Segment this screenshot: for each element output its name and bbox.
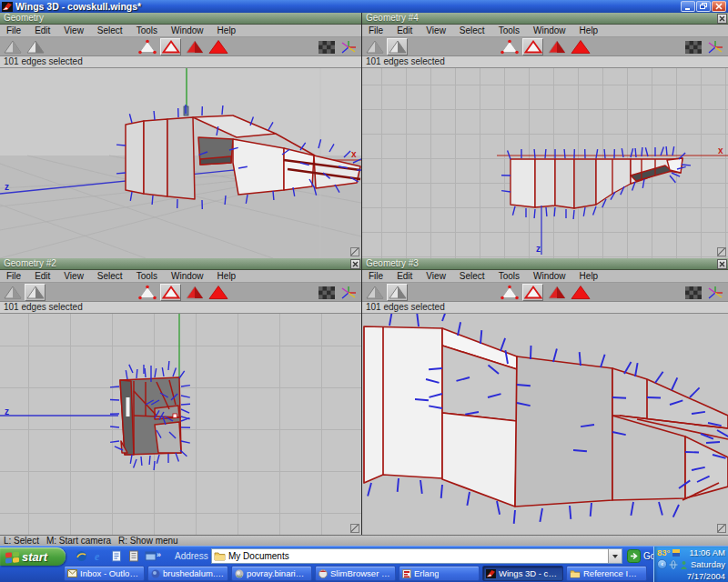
menu-file[interactable]: File bbox=[362, 270, 390, 282]
menu-view[interactable]: View bbox=[420, 270, 453, 282]
body-select-mode-icon[interactable] bbox=[570, 38, 591, 55]
face-select-mode-icon[interactable] bbox=[184, 38, 205, 55]
menu-select[interactable]: Select bbox=[453, 270, 492, 282]
vertex-select-mode-icon[interactable] bbox=[499, 284, 520, 301]
tray-icon-shield[interactable] bbox=[672, 548, 681, 557]
menu-window[interactable]: Window bbox=[527, 25, 573, 36]
vertex-select-mode-icon[interactable] bbox=[136, 38, 157, 55]
tray-collapse-chevron-icon[interactable]: ‹ bbox=[657, 559, 667, 569]
viewport-titlebar[interactable]: Geometry bbox=[0, 13, 361, 25]
wireframe-canvas[interactable] bbox=[362, 314, 728, 535]
tray-icon-globe[interactable] bbox=[669, 560, 678, 569]
viewport-resize-handle[interactable] bbox=[717, 524, 726, 533]
quick-launch-icon-5[interactable] bbox=[144, 549, 157, 563]
smooth-shaded-view-icon[interactable] bbox=[25, 38, 46, 55]
menu-select[interactable]: Select bbox=[91, 25, 130, 36]
task-button[interactable]: Wings 3D - cowskul... bbox=[482, 566, 563, 581]
menu-tools[interactable]: Tools bbox=[492, 25, 527, 36]
menu-window[interactable]: Window bbox=[165, 270, 211, 282]
menu-file[interactable]: File bbox=[0, 25, 28, 36]
smooth-shaded-view-icon[interactable] bbox=[25, 284, 46, 301]
flat-shaded-view-icon[interactable] bbox=[2, 38, 23, 55]
menu-view[interactable]: View bbox=[57, 270, 91, 282]
menu-select[interactable]: Select bbox=[91, 270, 130, 282]
menu-window[interactable]: Window bbox=[165, 25, 211, 36]
viewport-resize-handle[interactable] bbox=[350, 524, 359, 533]
3d-view-side[interactable]: x z bbox=[362, 68, 728, 258]
edge-select-mode-icon[interactable] bbox=[522, 284, 543, 301]
address-input[interactable]: My Documents bbox=[211, 548, 622, 564]
body-select-mode-icon[interactable] bbox=[207, 38, 228, 55]
quick-launch-icon-2[interactable]: e bbox=[92, 549, 106, 563]
vertex-select-mode-icon[interactable] bbox=[136, 284, 157, 301]
vertex-select-mode-icon[interactable] bbox=[499, 38, 520, 55]
viewport-close-button[interactable] bbox=[717, 14, 727, 24]
start-button[interactable]: start bbox=[0, 547, 66, 566]
3d-view-front[interactable]: z bbox=[0, 314, 361, 535]
ground-plane-toggle-icon[interactable] bbox=[316, 38, 337, 55]
viewport-titlebar[interactable]: Geometry #2 bbox=[0, 258, 361, 270]
menu-select[interactable]: Select bbox=[453, 25, 492, 36]
menu-tools[interactable]: Tools bbox=[130, 270, 165, 282]
smooth-shaded-view-icon[interactable] bbox=[387, 284, 408, 301]
viewport-titlebar[interactable]: Geometry #4 bbox=[362, 13, 728, 25]
menu-window[interactable]: Window bbox=[527, 270, 573, 282]
axes-toggle-icon[interactable] bbox=[704, 38, 725, 55]
viewport-resize-handle[interactable] bbox=[717, 247, 726, 256]
menu-help[interactable]: Help bbox=[211, 270, 244, 282]
viewport-close-button[interactable] bbox=[350, 259, 360, 269]
viewport-titlebar[interactable]: Geometry #3 bbox=[362, 258, 728, 270]
menu-edit[interactable]: Edit bbox=[28, 25, 57, 36]
menu-edit[interactable]: Edit bbox=[390, 25, 420, 36]
task-button[interactable]: Reference Images bbox=[566, 566, 647, 581]
smooth-shaded-view-icon[interactable] bbox=[387, 38, 408, 55]
toolbar-overflow-chevron[interactable]: » bbox=[157, 550, 161, 559]
restore-button[interactable] bbox=[696, 1, 711, 12]
face-select-mode-icon[interactable] bbox=[184, 284, 205, 301]
ground-plane-toggle-icon[interactable] bbox=[682, 284, 703, 301]
tray-icon-messenger[interactable] bbox=[680, 560, 688, 569]
window-titlebar[interactable]: Wings 3D - cowskull.wings* bbox=[0, 0, 728, 13]
task-button[interactable]: brushedalum.pov:l... bbox=[147, 566, 228, 581]
menu-view[interactable]: View bbox=[420, 25, 453, 36]
face-select-mode-icon[interactable] bbox=[546, 284, 567, 301]
menu-edit[interactable]: Edit bbox=[28, 270, 57, 282]
menu-help[interactable]: Help bbox=[573, 270, 606, 282]
viewport-close-button[interactable] bbox=[717, 259, 727, 269]
menu-view[interactable]: View bbox=[57, 25, 91, 36]
flat-shaded-view-icon[interactable] bbox=[2, 284, 23, 301]
task-button[interactable]: Inbox - Outlook Ex... bbox=[64, 566, 145, 581]
task-button[interactable]: SlimBrowser - [Goo... bbox=[315, 566, 396, 581]
wireframe-canvas[interactable] bbox=[0, 68, 361, 258]
quick-launch-icon-4[interactable] bbox=[126, 549, 140, 563]
wireframe-canvas[interactable] bbox=[0, 314, 361, 535]
quick-launch-icon-1[interactable] bbox=[75, 549, 88, 563]
menu-tools[interactable]: Tools bbox=[130, 25, 165, 36]
body-select-mode-icon[interactable] bbox=[207, 284, 228, 301]
menu-help[interactable]: Help bbox=[211, 25, 244, 36]
go-button[interactable]: Go bbox=[627, 549, 655, 563]
menu-help[interactable]: Help bbox=[573, 25, 606, 36]
task-button[interactable]: Erlang bbox=[399, 566, 480, 581]
axes-toggle-icon[interactable] bbox=[338, 284, 359, 301]
wireframe-canvas[interactable] bbox=[362, 68, 728, 258]
body-select-mode-icon[interactable] bbox=[570, 284, 591, 301]
ground-plane-toggle-icon[interactable] bbox=[316, 284, 337, 301]
edge-select-mode-icon[interactable] bbox=[160, 284, 181, 301]
task-button[interactable]: povray.binaries.im... bbox=[231, 566, 312, 581]
menu-file[interactable]: File bbox=[362, 25, 390, 36]
flat-shaded-view-icon[interactable] bbox=[364, 284, 385, 301]
menu-file[interactable]: File bbox=[0, 270, 28, 282]
menu-tools[interactable]: Tools bbox=[492, 270, 527, 282]
edge-select-mode-icon[interactable] bbox=[160, 38, 181, 55]
quick-launch-icon-3[interactable] bbox=[109, 549, 123, 563]
menu-edit[interactable]: Edit bbox=[390, 270, 420, 282]
minimize-button[interactable] bbox=[681, 1, 695, 12]
ground-plane-toggle-icon[interactable] bbox=[682, 38, 703, 55]
face-select-mode-icon[interactable] bbox=[546, 38, 567, 55]
3d-view-perspective[interactable]: z x bbox=[0, 68, 361, 258]
axes-toggle-icon[interactable] bbox=[704, 284, 725, 301]
address-dropdown-button[interactable] bbox=[608, 549, 622, 563]
close-button[interactable] bbox=[712, 1, 726, 12]
viewport-resize-handle[interactable] bbox=[350, 247, 359, 256]
